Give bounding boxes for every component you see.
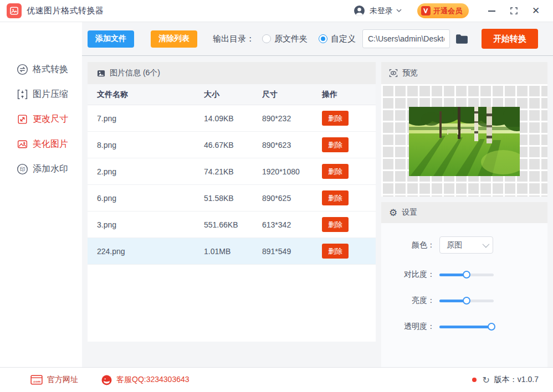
bottombar: .com 官方网址 客服QQ:3234303643 ↻ 版本：v1.0.7 [0,367,553,392]
delete-button[interactable]: 删除 [322,244,349,259]
opacity-slider-handle[interactable] [488,323,495,331]
toolbar: 添加文件 清除列表 输出目录： 原文件夹 自定义 开始转换 [82,22,553,55]
sidebar-item-label: 添加水印 [33,163,68,175]
website-label: 官方网址 [47,375,78,385]
delete-button[interactable]: 删除 [322,217,349,232]
delete-button[interactable]: 删除 [322,190,349,205]
check-update-icon[interactable]: ↻ [482,375,489,385]
file-dimensions: 891*549 [262,247,322,256]
sidebar-item-format-convert[interactable]: 格式转换 [17,63,68,76]
app-title: 优速图片格式转换器 [27,6,104,16]
settings-body: 颜色： 原图 对比度： 亮度： 透明度： [381,223,547,367]
file-size: 51.58KB [204,194,262,203]
file-size: 551.66KB [204,220,262,229]
open-vip-button[interactable]: 开通会员 [417,3,469,18]
preview-image [409,107,520,176]
support-headset-icon [101,375,112,385]
file-dimensions: 890*625 [262,194,322,203]
browse-folder-icon[interactable] [455,34,468,44]
opacity-slider-fill [439,326,491,328]
update-status-dot [472,378,477,382]
radio-custom-circle[interactable] [319,34,327,43]
sidebar-item-label: 图片压缩 [33,89,68,100]
close-button[interactable]: ✕ [528,3,544,19]
file-dimensions: 890*232 [262,114,322,123]
delete-button[interactable]: 删除 [322,137,349,152]
minimize-button[interactable] [483,3,500,19]
column-header-action: 操作 [322,90,376,100]
table-row[interactable]: 7.png 14.09KB 890*232 删除 [88,105,376,132]
support-qq-label: 客服QQ:3234303643 [116,375,190,385]
image-info-icon [97,69,105,78]
svg-text:.com: .com [33,380,40,383]
output-dir-label: 输出目录： [213,34,254,44]
support-qq-link[interactable]: 客服QQ:3234303643 [101,375,190,385]
clear-list-button[interactable]: 清除列表 [151,30,197,48]
file-name: 2.png [88,167,204,176]
resize-icon [17,114,28,125]
login-status-label: 未登录 [370,6,393,16]
brightness-label: 亮度： [381,296,435,306]
start-convert-button[interactable]: 开始转换 [482,29,538,49]
file-size: 14.09KB [204,114,262,123]
delete-button[interactable]: 删除 [322,111,349,126]
toolbar-divider [82,55,553,56]
sidebar-item-compress[interactable]: 图片压缩 [17,87,68,101]
table-row[interactable]: 6.png 51.58KB 890*625 删除 [88,185,376,212]
app-logo-icon [7,3,22,18]
vip-button-label: 开通会员 [433,6,462,16]
official-website-link[interactable]: .com 官方网址 [30,375,78,385]
table-row[interactable]: 8.png 46.67KB 890*623 删除 [88,132,376,158]
sidebar-item-label: 格式转换 [33,64,68,75]
file-name: 8.png [88,141,204,149]
column-header-dimensions: 尺寸 [262,90,322,100]
sidebar-item-beautify[interactable]: 美化图片 [17,137,68,151]
file-size: 74.21KB [204,167,262,176]
file-name: 224.png [88,247,204,256]
sidebar-item-label: 美化图片 [33,138,68,150]
radio-custom-folder[interactable]: 自定义 [319,34,356,44]
brightness-slider-handle[interactable] [463,297,470,305]
transparency-checkerboard [381,84,547,197]
file-name: 7.png [88,114,204,123]
file-name: 6.png [88,194,204,203]
table-row[interactable]: 3.png 551.66KB 613*342 删除 [88,212,376,238]
color-label: 颜色： [381,240,435,250]
radio-original-folder[interactable]: 原文件夹 [262,34,308,44]
chevron-down-icon [396,9,402,13]
file-dimensions: 1920*1080 [262,167,322,176]
color-dropdown[interactable]: 原图 [439,236,493,254]
contrast-slider[interactable] [439,274,494,276]
preview-title: 预览 [402,68,418,78]
vip-badge-icon [421,6,431,16]
sidebar-item-label: 更改尺寸 [33,114,68,125]
color-dropdown-value: 原图 [447,240,462,250]
compress-icon [17,89,28,100]
add-files-button[interactable]: 添加文件 [88,30,134,48]
table-row[interactable]: 2.png 74.21KB 1920*1080 删除 [88,158,376,185]
preview-eye-icon [389,69,398,78]
user-avatar-icon [354,5,365,17]
table-header-row: 文件名称 大小 尺寸 操作 [88,84,376,105]
account-menu[interactable]: 未登录 [354,5,402,17]
opacity-slider[interactable] [439,326,494,328]
watermark-icon: 印 [17,163,28,175]
sidebar-item-watermark[interactable]: 印 添加水印 [17,162,68,176]
file-panel-header: 图片信息 (6个) [88,62,376,84]
sidebar-item-resize[interactable]: 更改尺寸 [17,112,68,126]
brightness-slider[interactable] [439,300,494,302]
delete-button[interactable]: 删除 [322,164,349,179]
radio-custom-label: 自定义 [331,34,356,44]
website-icon: .com [30,375,43,385]
maximize-button[interactable] [505,3,522,19]
table-row-selected[interactable]: 224.png 1.01MB 891*549 删除 [88,238,376,265]
file-panel-title: 图片信息 (6个) [110,68,160,78]
column-header-size: 大小 [204,90,262,100]
sidebar: 格式转换 图片压缩 更改尺寸 [0,22,82,367]
radio-original-circle[interactable] [262,34,271,43]
chevron-down-icon [483,241,490,248]
app-body: 格式转换 图片压缩 更改尺寸 [0,22,553,367]
file-name: 3.png [88,220,204,229]
output-path-input[interactable] [362,29,450,48]
contrast-slider-handle[interactable] [463,271,470,278]
